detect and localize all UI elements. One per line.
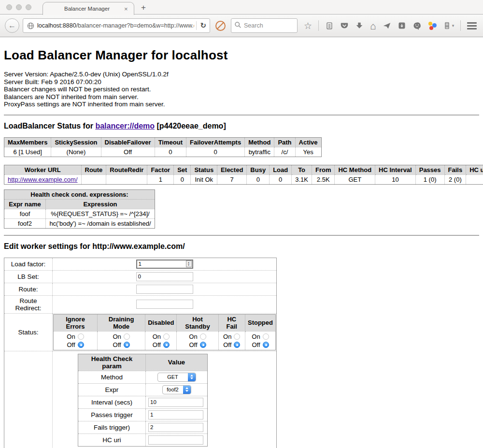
- status-options-table: Ignore Errors Draining Mode Disabled Hot…: [53, 314, 276, 350]
- browser-tab[interactable]: Balancer Manager ×: [43, 2, 134, 15]
- home-icon[interactable]: ⌂: [370, 21, 376, 30]
- window-minimize-button[interactable]: [16, 4, 22, 10]
- col-hc-uri: HC uri: [466, 165, 483, 174]
- url-host: localhost:8880: [37, 22, 76, 29]
- reload-icon[interactable]: ↻: [199, 21, 208, 30]
- hc-fails-input[interactable]: [148, 423, 203, 432]
- balancer-demo-link[interactable]: balancer://demo: [95, 122, 155, 130]
- col-busy: Busy: [247, 165, 270, 174]
- off-label: Off: [113, 341, 121, 349]
- radio-disabled-on[interactable]: [163, 333, 170, 340]
- col-disabled: Disabled: [145, 314, 177, 331]
- cell-routeredir: [106, 174, 147, 184]
- off-label: Off: [252, 341, 260, 349]
- radio-hc-fail-off[interactable]: [234, 342, 240, 348]
- tab-close-icon[interactable]: ×: [124, 5, 134, 13]
- save-to-device-icon[interactable]: [398, 21, 406, 30]
- off-label: Off: [153, 341, 161, 349]
- bookmarks-list-icon[interactable]: [325, 21, 334, 30]
- hc-uri-input[interactable]: [148, 435, 203, 445]
- worker-url-link[interactable]: http://www.example.com/: [8, 176, 78, 183]
- server-version-line: Server Version: Apache/2.5.0-dev (Unix) …: [4, 71, 479, 78]
- cell-from: 2.5K: [312, 174, 335, 184]
- radio-stopped-off[interactable]: [263, 342, 269, 348]
- cell-timeout: 0: [155, 147, 186, 157]
- cell-fails: 2 (0): [444, 174, 466, 184]
- url-bar[interactable]: localhost:8880/balancer-manager?b=demo&w…: [23, 18, 210, 33]
- radio-hot-standby-on[interactable]: [200, 333, 206, 340]
- radio-hot-standby-off[interactable]: [200, 342, 206, 348]
- colored-dots-extension-icon[interactable]: [428, 21, 437, 30]
- hc-row-uri: HC uri: [78, 434, 208, 446]
- window-close-button[interactable]: [6, 4, 12, 10]
- table-row: http://www.example.com/ 1 0 Init Ok 7 0 …: [4, 174, 483, 184]
- pocket-icon[interactable]: [340, 21, 349, 30]
- window-zoom-button[interactable]: [26, 4, 31, 10]
- load-factor-input[interactable]: 1 ▲▼: [136, 260, 193, 269]
- cell-expression: %{REQUEST_STATUS} =~ /^[234]/: [46, 209, 155, 218]
- page-content: Load Balancer Manager for localhost Serv…: [0, 37, 483, 448]
- new-tab-button[interactable]: +: [141, 3, 146, 13]
- cell-failoverattempts: 0: [186, 147, 244, 157]
- radio-ignore-errors-off[interactable]: [78, 342, 84, 348]
- radio-disabled-off[interactable]: [163, 342, 170, 348]
- worker-status-table: Worker URL Route RouteRedir Factor Set S…: [4, 165, 483, 185]
- route-redirect-input[interactable]: [136, 300, 193, 309]
- col-from: From: [312, 165, 335, 174]
- send-plane-icon[interactable]: [383, 21, 391, 30]
- number-spinner-icon[interactable]: ▲▼: [186, 260, 192, 267]
- url-text[interactable]: localhost:8880/balancer-manager?b=demo&w…: [37, 22, 194, 29]
- col-failoverattempts: FailoverAttempts: [186, 137, 244, 147]
- menu-icon[interactable]: [467, 22, 477, 29]
- lb-set-label: LB Set:: [4, 270, 53, 283]
- radio-draining-mode-on[interactable]: [124, 333, 130, 340]
- hc-params-table: Health Check param Value Method GET: [78, 354, 208, 447]
- col-worker-url: Worker URL: [4, 165, 82, 174]
- hc-passes-input[interactable]: [148, 410, 203, 419]
- form-row-route: Route:: [4, 283, 277, 295]
- container-extension-icon[interactable]: ▾: [443, 21, 455, 30]
- off-label: Off: [67, 341, 75, 349]
- radio-draining-mode-off[interactable]: [124, 342, 130, 348]
- col-hc-param: Health Check param: [78, 354, 146, 371]
- cell-busy: 0: [247, 174, 270, 184]
- content-blocked-icon[interactable]: [215, 21, 226, 31]
- status-label: Status:: [4, 313, 53, 351]
- hc-params-spacer: [4, 351, 53, 448]
- radio-stopped-on[interactable]: [263, 333, 269, 340]
- hc-row-expr: Expr foof2: [78, 383, 208, 396]
- downloads-icon[interactable]: [355, 21, 364, 30]
- col-to: To: [292, 165, 312, 174]
- table-header-row: MaxMembers StickySession DisableFailover…: [4, 137, 322, 147]
- cell-set: 0: [174, 174, 191, 184]
- toolbar-divider: [318, 20, 319, 31]
- off-label: Off: [223, 341, 231, 349]
- hc-method-select[interactable]: GET: [157, 373, 196, 382]
- route-input[interactable]: [136, 285, 193, 294]
- on-label: On: [252, 332, 260, 341]
- status-cell-hc-fail: On Off: [218, 331, 245, 350]
- search-bar[interactable]: [231, 18, 298, 33]
- form-row-hc-params: Health Check param Value Method GET: [4, 351, 277, 448]
- bookmark-star-icon[interactable]: ☆: [304, 21, 312, 30]
- col-set: Set: [174, 165, 191, 174]
- hc-expressions-table: Health check cond. expressions: Expr nam…: [4, 189, 155, 229]
- hc-expr-select[interactable]: foof2: [162, 385, 191, 394]
- lb-status-heading: LoadBalancer Status for balancer://demo …: [4, 122, 479, 130]
- col-disablefailover: DisableFailover: [101, 137, 155, 147]
- back-button[interactable]: ←: [5, 18, 19, 33]
- window-controls[interactable]: [6, 4, 31, 10]
- search-input[interactable]: [244, 22, 290, 29]
- radio-hc-fail-on[interactable]: [234, 333, 240, 340]
- chevron-down-icon[interactable]: ▾: [452, 23, 455, 28]
- lb-set-input[interactable]: [136, 272, 193, 281]
- chat-smiley-icon[interactable]: [412, 21, 422, 30]
- radio-ignore-errors-on[interactable]: [78, 333, 84, 340]
- form-row-route-redirect: Route Redirect:: [4, 295, 277, 313]
- hc-interval-input[interactable]: [148, 398, 203, 407]
- col-routeredir: RouteRedir: [106, 165, 147, 174]
- col-maxmembers: MaxMembers: [4, 137, 51, 147]
- col-hot-standby: Hot Standby: [177, 314, 218, 331]
- col-stickysession: StickySession: [51, 137, 101, 147]
- hc-row-interval: Interval (secs): [78, 396, 208, 408]
